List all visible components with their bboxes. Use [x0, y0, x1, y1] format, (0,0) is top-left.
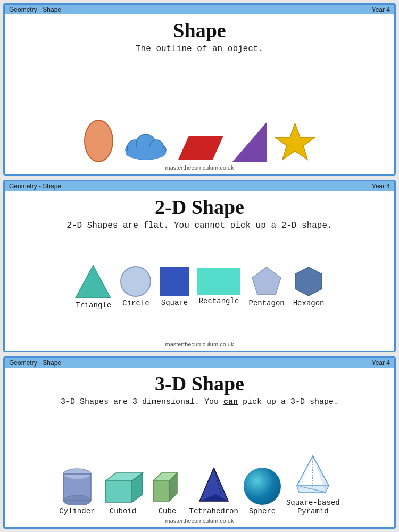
card2-header-right: Year 4 [372, 182, 390, 190]
card1-subtitle: The outline of an object. [136, 44, 263, 54]
card1-shapes-row [84, 58, 315, 164]
card3-subtitle: 3-D Shapes are 3 dimensional. You can pi… [61, 397, 338, 406]
card-3d: Geometry - Shape Year 4 3-D Shape 3-D Sh… [3, 356, 396, 529]
svg-marker-5 [178, 136, 223, 160]
shape-circle-2d: Circle [120, 266, 151, 307]
shape-pyramid: Square-based Pyramid [286, 454, 340, 516]
sphere-icon [244, 468, 281, 505]
shape-cube: Cube [151, 470, 184, 516]
parallelogram-icon [178, 133, 223, 162]
rectangle-label: Rectangle [199, 297, 239, 305]
shape-cuboid: Cuboid [100, 470, 145, 516]
card3-body: 3-D Shape 3-D Shapes are 3 dimensional. … [5, 368, 394, 527]
hexagon-label: Hexagon [293, 299, 325, 307]
card1-header: Geometry - Shape Year 4 [5, 5, 394, 14]
shape-cylinder: Cylinder [59, 467, 95, 516]
card3-subtitle-can: can [223, 397, 238, 406]
tetrahedron-icon [197, 467, 230, 505]
cuboid-label: Cuboid [110, 507, 136, 516]
tetrahedron-label: Tetrahedron [189, 507, 238, 516]
card2-body: 2-D Shape 2-D Shapes are flat. You canno… [5, 191, 394, 351]
shape-cloud [122, 128, 170, 162]
square-2d-icon [160, 267, 189, 296]
shape-pentagon-2d: Pentagon [248, 266, 284, 307]
svg-point-4 [126, 147, 166, 160]
svg-marker-8 [76, 265, 111, 298]
card1-body: Shape The outline of an object. [5, 14, 394, 174]
rect-2d-icon [197, 268, 240, 295]
star-icon [275, 122, 315, 162]
card1-title: Shape [173, 19, 226, 42]
card-shape: Geometry - Shape Year 4 Shape The outlin… [3, 3, 396, 176]
square-label: Square [161, 298, 188, 307]
svg-marker-7 [275, 123, 315, 160]
svg-line-28 [312, 456, 313, 490]
pentagon-2d-icon [251, 266, 282, 297]
shape-star [275, 122, 315, 162]
svg-point-13 [63, 495, 91, 505]
card3-subtitle-part2: pick up a 3-D shape. [238, 397, 338, 406]
triangle-label: Triangle [76, 301, 111, 310]
cloud-icon [122, 128, 170, 162]
card2-website: masterthecurriculum.co.uk [165, 341, 234, 347]
shape-square-2d: Square [160, 267, 189, 307]
shape-parallelogram [178, 133, 223, 162]
card3-subtitle-part1: 3-D Shapes are 3 dimensional. You [61, 397, 223, 406]
hexagon-2d-icon [293, 266, 324, 297]
circle-2d-icon [120, 266, 151, 297]
card3-website: masterthecurriculum.co.uk [165, 518, 234, 524]
triangle-2d-icon [74, 264, 112, 299]
pyramid-label: Square-based Pyramid [286, 498, 340, 516]
card-2d: Geometry - Shape Year 4 2-D Shape 2-D Sh… [3, 180, 396, 352]
card3-header: Geometry - Shape Year 4 [5, 358, 394, 368]
cube-label: Cube [159, 507, 177, 516]
svg-marker-6 [232, 122, 267, 162]
oval-icon [84, 120, 113, 162]
cuboid-icon [100, 470, 145, 505]
shape-sphere: Sphere [244, 468, 281, 516]
card3-title: 3-D Shape [155, 372, 244, 395]
circle-label: Circle [122, 299, 149, 307]
triangle-purple-icon [232, 122, 267, 162]
svg-marker-9 [252, 267, 281, 295]
card3-header-left: Geometry - Shape [9, 359, 61, 367]
shape-hexagon-2d: Hexagon [293, 266, 325, 307]
shape-triangle-2d: Triangle [74, 264, 112, 310]
svg-marker-15 [105, 481, 132, 502]
pentagon-label: Pentagon [248, 299, 284, 307]
card1-header-right: Year 4 [372, 6, 390, 13]
card3-shapes-row: Cylinder Cuboid [59, 411, 339, 518]
card2-title: 2-D Shape [155, 195, 244, 219]
shape-triangle-purple [232, 122, 267, 162]
shape-rect-2d: Rectangle [197, 268, 240, 305]
card2-subtitle: 2-D Shapes are flat. You cannot pick up … [66, 221, 332, 230]
cylinder-icon [61, 467, 93, 505]
shape-oval [84, 120, 113, 162]
card1-header-left: Geometry - Shape [9, 6, 61, 13]
pyramid-icon [294, 454, 332, 496]
card2-header-left: Geometry - Shape [9, 182, 61, 190]
card2-shapes-row: Triangle Circle Square Rectangle [74, 235, 324, 341]
cylinder-label: Cylinder [59, 507, 95, 516]
sphere-label: Sphere [249, 507, 276, 516]
cube-icon [151, 470, 184, 505]
svg-marker-18 [153, 481, 169, 501]
card2-header: Geometry - Shape Year 4 [5, 181, 394, 191]
svg-marker-10 [295, 267, 322, 296]
shape-tetrahedron: Tetrahedron [189, 467, 238, 516]
card1-website: masterthecurriculum.co.uk [165, 164, 234, 171]
card3-header-right: Year 4 [372, 359, 390, 367]
